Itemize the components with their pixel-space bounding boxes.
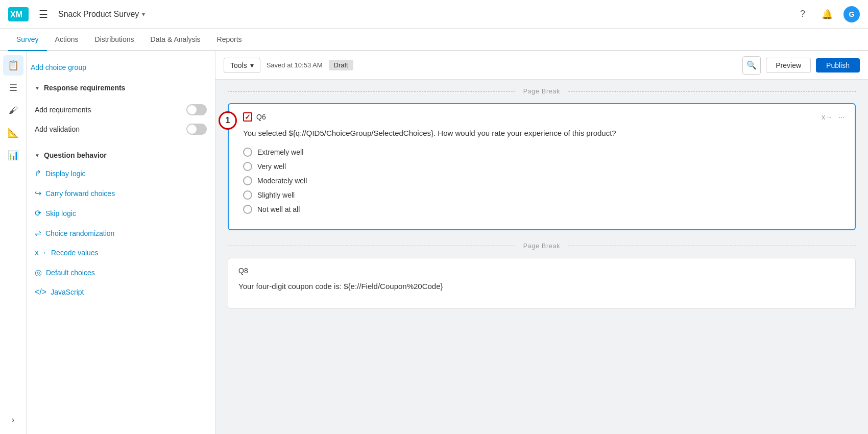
radio-not-well-at-all[interactable]	[243, 205, 252, 214]
question6-checkbox[interactable]: ✓	[243, 112, 252, 122]
content-inner: Page Break 1 ✓	[215, 80, 868, 309]
choice-moderately-well: Moderately well	[243, 176, 845, 185]
display-logic-link[interactable]: ↱ Display logic	[27, 163, 215, 183]
add-requirements-label: Add requirements	[35, 106, 91, 114]
iconbar-tools[interactable]: 📐	[3, 123, 23, 143]
carry-forward-icon: ↪	[35, 188, 41, 198]
toolbar-right: 🔍 Preview Publish	[742, 56, 860, 75]
recode-values-label: Recode values	[51, 249, 99, 257]
add-requirements-toggle[interactable]	[186, 104, 207, 115]
question8-text: Your four-digit coupon code is: ${e://Fi…	[238, 281, 845, 293]
tools-button[interactable]: Tools ▾	[224, 58, 260, 73]
survey-title[interactable]: Snack Product Survey ▾	[58, 10, 145, 19]
add-requirements-row: Add requirements	[35, 100, 207, 119]
choice-very-well: Very well	[243, 162, 845, 171]
tab-survey[interactable]: Survey	[8, 29, 47, 51]
iconbar-brush[interactable]: 🖌	[3, 100, 23, 120]
response-requirements-label: Response requirements	[44, 84, 126, 92]
survey-title-caret: ▾	[142, 11, 145, 18]
draft-badge: Draft	[329, 60, 353, 70]
iconbar-chart[interactable]: 📊	[3, 145, 23, 165]
content-area: Page Break 1 ✓	[215, 80, 868, 434]
triangle-icon: ▼	[35, 85, 40, 91]
question8-card[interactable]: Q8 Your four-digit coupon code is: ${e:/…	[228, 258, 856, 309]
question6-label: ✓ Q6	[243, 112, 266, 122]
search-button[interactable]: 🔍	[742, 56, 761, 75]
iconbar-expand[interactable]: ›	[3, 409, 23, 430]
choice-randomization-link[interactable]: ⇌ Choice randomization	[27, 223, 215, 243]
toolbar: Tools ▾ Saved at 10:53 AM Draft 🔍 Previe…	[215, 51, 868, 80]
tab-actions[interactable]: Actions	[47, 29, 87, 51]
hamburger-icon[interactable]: ☰	[37, 6, 50, 22]
question6-container: 1 ✓ Q6 x→ ···	[228, 103, 856, 230]
carry-forward-link[interactable]: ↪ Carry forward choices	[27, 183, 215, 203]
response-requirements-content: Add requirements Add validation	[27, 96, 215, 147]
xm-logo[interactable]: XM	[8, 7, 29, 21]
radio-slightly-well[interactable]	[243, 190, 252, 200]
question6-more-icon[interactable]: ···	[838, 113, 845, 121]
iconbar-layout[interactable]: ☰	[3, 78, 23, 98]
recode-values-icon: x→	[35, 248, 47, 257]
add-choice-group-link[interactable]: Add choice group	[27, 59, 215, 80]
response-requirements-header[interactable]: ▼ Response requirements	[27, 80, 215, 96]
checkbox-check-icon: ✓	[245, 113, 251, 121]
preview-button[interactable]: Preview	[766, 58, 811, 73]
skip-logic-icon: ⟳	[35, 208, 41, 218]
radio-very-well[interactable]	[243, 162, 252, 171]
page-break-1: Page Break	[215, 80, 868, 103]
recode-values-link[interactable]: x→ Recode values	[27, 243, 215, 262]
question8-id: Q8	[238, 267, 248, 275]
right-section: Tools ▾ Saved at 10:53 AM Draft 🔍 Previe…	[215, 51, 868, 434]
choice-label-moderately-well: Moderately well	[257, 177, 307, 185]
saved-status: Saved at 10:53 AM	[267, 61, 323, 69]
tab-distributions[interactable]: Distributions	[87, 29, 142, 51]
notifications-icon[interactable]: 🔔	[819, 6, 835, 22]
display-logic-label: Display logic	[45, 170, 86, 178]
choice-label-very-well: Very well	[257, 162, 286, 171]
add-validation-row: Add validation	[35, 119, 207, 139]
default-choices-link[interactable]: ◎ Default choices	[27, 262, 215, 282]
question6-header: ✓ Q6 x→ ···	[243, 112, 845, 122]
radio-moderately-well[interactable]	[243, 176, 252, 185]
tools-caret-icon: ▾	[250, 61, 254, 69]
nav-tabs: Survey Actions Distributions Data & Anal…	[0, 29, 868, 51]
default-choices-label: Default choices	[46, 269, 95, 277]
page-break-line-right	[568, 91, 856, 92]
add-validation-toggle[interactable]	[186, 124, 207, 135]
page-break-line-left	[228, 91, 515, 92]
page-break-2-line-left	[228, 246, 515, 246]
question6-text: You selected ${q://QID5/ChoiceGroup/Sele…	[243, 128, 845, 139]
javascript-label: JavaScript	[51, 288, 84, 296]
question8-header: Q8	[238, 267, 845, 275]
question6-recode-icon[interactable]: x→	[822, 113, 832, 121]
page-break-2: Page Break	[215, 234, 868, 258]
skip-logic-link[interactable]: ⟳ Skip logic	[27, 203, 215, 223]
choice-randomization-icon: ⇌	[35, 228, 41, 238]
help-icon[interactable]: ?	[794, 6, 811, 22]
question6-card[interactable]: ✓ Q6 x→ ··· You selected ${q://QID5/Choi…	[228, 103, 856, 230]
publish-button[interactable]: Publish	[816, 58, 860, 73]
avatar[interactable]: G	[843, 6, 860, 22]
question-behavior-header[interactable]: ▼ Question behavior	[27, 147, 215, 163]
radio-extremely-well[interactable]	[243, 148, 252, 157]
topbar-right: ? 🔔 G	[794, 6, 860, 22]
add-validation-label: Add validation	[35, 125, 80, 133]
choice-label-extremely-well: Extremely well	[257, 148, 303, 156]
question6-id: Q6	[256, 113, 266, 121]
default-choices-icon: ◎	[35, 268, 42, 277]
choice-not-well-at-all: Not well at all	[243, 205, 845, 214]
svg-text:XM: XM	[10, 10, 22, 19]
topbar: XM ☰ Snack Product Survey ▾ ? 🔔 G	[0, 0, 868, 29]
tab-data-analysis[interactable]: Data & Analysis	[142, 29, 209, 51]
iconbar-survey[interactable]: 📋	[3, 55, 23, 76]
choice-extremely-well: Extremely well	[243, 148, 845, 157]
page-break-2-line-right	[568, 246, 856, 246]
page-break-label-2: Page Break	[515, 243, 569, 250]
tools-label: Tools	[230, 61, 247, 69]
tab-reports[interactable]: Reports	[209, 29, 250, 51]
triangle-icon-2: ▼	[35, 153, 40, 158]
javascript-link[interactable]: </> JavaScript	[27, 282, 215, 302]
icon-bar: 📋 ☰ 🖌 📐 📊 ›	[0, 51, 27, 434]
carry-forward-label: Carry forward choices	[45, 189, 115, 198]
choice-label-not-well-at-all: Not well at all	[257, 205, 300, 213]
